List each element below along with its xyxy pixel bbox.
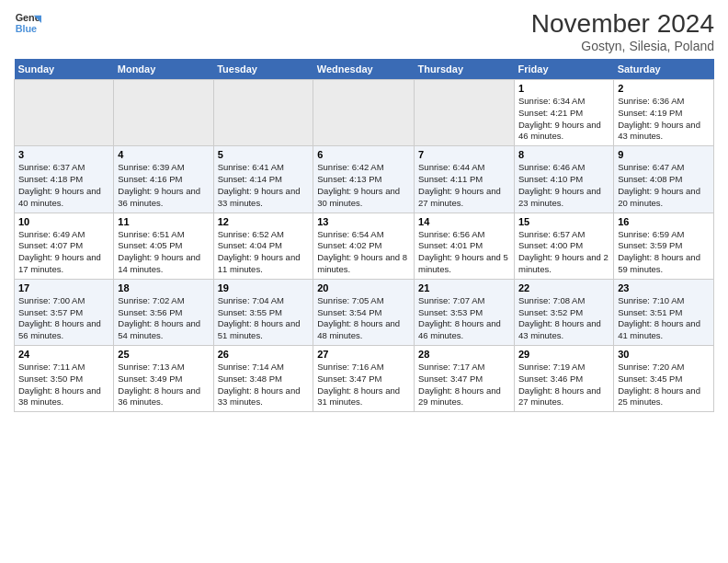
day-number: 17: [18, 282, 109, 293]
week-row-2: 3Sunrise: 6:37 AM Sunset: 4:18 PM Daylig…: [15, 146, 714, 213]
col-header-wednesday: Wednesday: [313, 59, 415, 80]
day-info: Sunrise: 6:36 AM Sunset: 4:19 PM Dayligh…: [618, 96, 710, 143]
main-title: November 2024: [531, 9, 714, 39]
day-info: Sunrise: 6:41 AM Sunset: 4:14 PM Dayligh…: [218, 162, 310, 209]
day-number: 6: [317, 149, 410, 160]
calendar-cell: 30Sunrise: 7:20 AM Sunset: 3:45 PM Dayli…: [614, 346, 714, 412]
day-number: 1: [518, 83, 609, 94]
day-number: 14: [418, 216, 510, 227]
day-info: Sunrise: 7:07 AM Sunset: 3:53 PM Dayligh…: [418, 295, 510, 342]
subtitle: Gostyn, Silesia, Poland: [531, 39, 714, 53]
day-info: Sunrise: 7:05 AM Sunset: 3:54 PM Dayligh…: [317, 295, 410, 342]
day-number: 16: [618, 216, 710, 227]
header: General Blue November 2024 Gostyn, Siles…: [14, 9, 714, 53]
week-row-4: 17Sunrise: 7:00 AM Sunset: 3:57 PM Dayli…: [15, 279, 714, 345]
col-header-thursday: Thursday: [415, 59, 515, 80]
day-number: 15: [518, 216, 609, 227]
day-number: 25: [118, 349, 209, 360]
day-number: 29: [518, 349, 609, 360]
day-number: 18: [118, 282, 209, 293]
col-header-monday: Monday: [114, 59, 213, 80]
week-row-5: 24Sunrise: 7:11 AM Sunset: 3:50 PM Dayli…: [15, 346, 714, 412]
day-info: Sunrise: 7:08 AM Sunset: 3:52 PM Dayligh…: [518, 295, 609, 342]
calendar-cell: 18Sunrise: 7:02 AM Sunset: 3:56 PM Dayli…: [114, 279, 213, 345]
day-number: 8: [518, 149, 609, 160]
calendar-cell: 6Sunrise: 6:42 AM Sunset: 4:13 PM Daylig…: [313, 146, 415, 213]
day-number: 12: [218, 216, 310, 227]
calendar-cell: 5Sunrise: 6:41 AM Sunset: 4:14 PM Daylig…: [213, 146, 313, 213]
calendar-cell: 24Sunrise: 7:11 AM Sunset: 3:50 PM Dayli…: [15, 346, 114, 412]
calendar-cell: [15, 80, 114, 146]
calendar-cell: 8Sunrise: 6:46 AM Sunset: 4:10 PM Daylig…: [515, 146, 614, 213]
day-info: Sunrise: 6:42 AM Sunset: 4:13 PM Dayligh…: [317, 162, 410, 209]
logo: General Blue: [14, 9, 41, 37]
calendar-cell: 16Sunrise: 6:59 AM Sunset: 3:59 PM Dayli…: [614, 213, 714, 279]
day-number: 21: [418, 282, 510, 293]
calendar-cell: 19Sunrise: 7:04 AM Sunset: 3:55 PM Dayli…: [213, 279, 313, 345]
calendar-cell: 14Sunrise: 6:56 AM Sunset: 4:01 PM Dayli…: [415, 213, 515, 279]
calendar-cell: 25Sunrise: 7:13 AM Sunset: 3:49 PM Dayli…: [114, 346, 213, 412]
svg-text:Blue: Blue: [16, 23, 37, 34]
day-info: Sunrise: 7:20 AM Sunset: 3:45 PM Dayligh…: [618, 362, 710, 408]
col-header-tuesday: Tuesday: [213, 59, 313, 80]
day-number: 4: [118, 149, 209, 160]
calendar-cell: 21Sunrise: 7:07 AM Sunset: 3:53 PM Dayli…: [415, 279, 515, 345]
day-info: Sunrise: 6:51 AM Sunset: 4:05 PM Dayligh…: [118, 229, 209, 276]
page: General Blue November 2024 Gostyn, Siles…: [0, 0, 728, 563]
day-number: 3: [18, 149, 109, 160]
calendar-table: SundayMondayTuesdayWednesdayThursdayFrid…: [14, 59, 714, 412]
day-number: 22: [518, 282, 609, 293]
day-info: Sunrise: 6:46 AM Sunset: 4:10 PM Dayligh…: [518, 162, 609, 209]
day-info: Sunrise: 7:04 AM Sunset: 3:55 PM Dayligh…: [218, 295, 310, 342]
week-row-3: 10Sunrise: 6:49 AM Sunset: 4:07 PM Dayli…: [15, 213, 714, 279]
day-number: 30: [618, 349, 710, 360]
day-info: Sunrise: 6:59 AM Sunset: 3:59 PM Dayligh…: [618, 229, 710, 276]
day-number: 26: [218, 349, 310, 360]
day-info: Sunrise: 7:13 AM Sunset: 3:49 PM Dayligh…: [118, 362, 209, 408]
day-info: Sunrise: 6:56 AM Sunset: 4:01 PM Dayligh…: [418, 229, 510, 276]
day-info: Sunrise: 6:34 AM Sunset: 4:21 PM Dayligh…: [518, 96, 609, 143]
day-info: Sunrise: 7:00 AM Sunset: 3:57 PM Dayligh…: [18, 295, 109, 342]
calendar-cell: [114, 80, 213, 146]
day-info: Sunrise: 6:57 AM Sunset: 4:00 PM Dayligh…: [518, 229, 609, 276]
calendar-cell: [313, 80, 415, 146]
calendar-cell: 3Sunrise: 6:37 AM Sunset: 4:18 PM Daylig…: [15, 146, 114, 213]
day-number: 24: [18, 349, 109, 360]
calendar-cell: 17Sunrise: 7:00 AM Sunset: 3:57 PM Dayli…: [15, 279, 114, 345]
col-header-saturday: Saturday: [614, 59, 714, 80]
day-number: 19: [218, 282, 310, 293]
calendar-cell: 15Sunrise: 6:57 AM Sunset: 4:00 PM Dayli…: [515, 213, 614, 279]
calendar-cell: [415, 80, 515, 146]
day-info: Sunrise: 7:16 AM Sunset: 3:47 PM Dayligh…: [317, 362, 410, 408]
calendar-cell: 29Sunrise: 7:19 AM Sunset: 3:46 PM Dayli…: [515, 346, 614, 412]
day-info: Sunrise: 6:39 AM Sunset: 4:16 PM Dayligh…: [118, 162, 209, 209]
calendar-cell: 23Sunrise: 7:10 AM Sunset: 3:51 PM Dayli…: [614, 279, 714, 345]
calendar-cell: 1Sunrise: 6:34 AM Sunset: 4:21 PM Daylig…: [515, 80, 614, 146]
day-info: Sunrise: 6:49 AM Sunset: 4:07 PM Dayligh…: [18, 229, 109, 276]
title-block: November 2024 Gostyn, Silesia, Poland: [531, 9, 714, 53]
calendar-cell: 11Sunrise: 6:51 AM Sunset: 4:05 PM Dayli…: [114, 213, 213, 279]
calendar-cell: 2Sunrise: 6:36 AM Sunset: 4:19 PM Daylig…: [614, 80, 714, 146]
calendar-cell: 7Sunrise: 6:44 AM Sunset: 4:11 PM Daylig…: [415, 146, 515, 213]
day-number: 13: [317, 216, 410, 227]
calendar-cell: [213, 80, 313, 146]
day-info: Sunrise: 6:54 AM Sunset: 4:02 PM Dayligh…: [317, 229, 410, 276]
calendar-cell: 27Sunrise: 7:16 AM Sunset: 3:47 PM Dayli…: [313, 346, 415, 412]
day-number: 23: [618, 282, 710, 293]
calendar-cell: 13Sunrise: 6:54 AM Sunset: 4:02 PM Dayli…: [313, 213, 415, 279]
day-info: Sunrise: 7:19 AM Sunset: 3:46 PM Dayligh…: [518, 362, 609, 408]
day-number: 5: [218, 149, 310, 160]
day-info: Sunrise: 7:17 AM Sunset: 3:47 PM Dayligh…: [418, 362, 510, 408]
day-number: 10: [18, 216, 109, 227]
calendar-cell: 12Sunrise: 6:52 AM Sunset: 4:04 PM Dayli…: [213, 213, 313, 279]
day-info: Sunrise: 6:44 AM Sunset: 4:11 PM Dayligh…: [418, 162, 510, 209]
day-info: Sunrise: 7:14 AM Sunset: 3:48 PM Dayligh…: [218, 362, 310, 408]
col-header-friday: Friday: [515, 59, 614, 80]
calendar-cell: 20Sunrise: 7:05 AM Sunset: 3:54 PM Dayli…: [313, 279, 415, 345]
calendar-cell: 28Sunrise: 7:17 AM Sunset: 3:47 PM Dayli…: [415, 346, 515, 412]
day-info: Sunrise: 7:10 AM Sunset: 3:51 PM Dayligh…: [618, 295, 710, 342]
calendar-cell: 26Sunrise: 7:14 AM Sunset: 3:48 PM Dayli…: [213, 346, 313, 412]
day-number: 20: [317, 282, 410, 293]
day-info: Sunrise: 6:47 AM Sunset: 4:08 PM Dayligh…: [618, 162, 710, 209]
day-number: 2: [618, 83, 710, 94]
